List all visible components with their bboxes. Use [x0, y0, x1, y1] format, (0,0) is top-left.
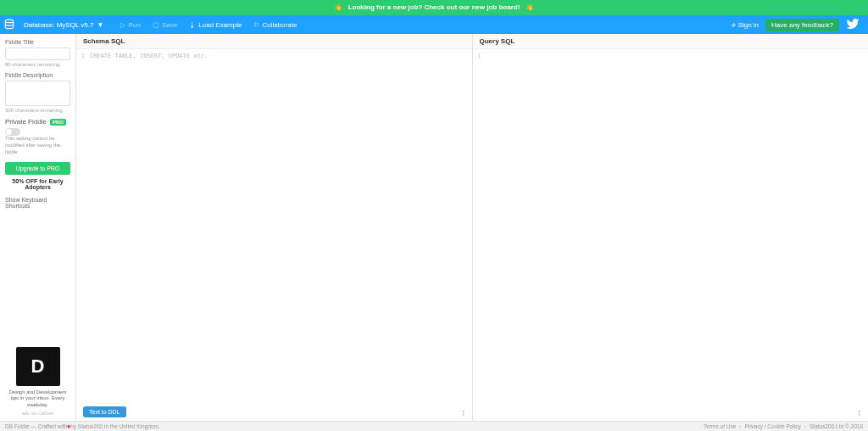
- text-to-ddl-button[interactable]: Text to DDL: [83, 406, 126, 417]
- promo-attribution: ads via Carbon: [5, 411, 70, 416]
- query-editor[interactable]: 1: [473, 49, 869, 421]
- private-label: Private Fiddle: [5, 118, 47, 126]
- fiddle-title-label: Fiddle Title: [5, 39, 70, 45]
- discount-text: 50% OFF for Early Adopters: [5, 178, 70, 190]
- desc-hint: 300 characters remaining.: [5, 108, 70, 113]
- schema-header: Schema SQL: [76, 34, 472, 49]
- announcement-bar[interactable]: 👋 Looking for a new job? Check out our n…: [0, 0, 868, 15]
- terms-link[interactable]: Terms of Use: [704, 423, 736, 429]
- sidebar: Fiddle Title 80 characters remaining. Fi…: [0, 34, 76, 421]
- folder-icon: ⭳: [189, 21, 196, 29]
- people-icon: ⚐: [253, 21, 259, 29]
- query-panel: Query SQL 1 ⤡: [473, 34, 869, 421]
- copyright: Status200 Ltd © 2018: [810, 423, 863, 429]
- schema-placeholder: CREATE TABLE, INSERT, UPDATE etc.: [88, 53, 472, 417]
- footer-left1: DB Fiddle — Crafted with: [5, 423, 67, 429]
- database-label: Database: MySQL v5.7: [24, 21, 93, 29]
- fiddle-title-input[interactable]: [5, 48, 70, 60]
- shortcuts-link[interactable]: Show Keyboard Shortcuts: [5, 197, 70, 209]
- query-header: Query SQL: [473, 34, 869, 49]
- save-icon: ▢: [153, 21, 159, 29]
- promo-image: D: [16, 347, 60, 386]
- load-example-button[interactable]: ⭳ Load Example: [189, 21, 242, 29]
- private-row: Private Fiddle PRO: [5, 118, 70, 126]
- privacy-link[interactable]: Privacy / Cookie Policy: [745, 423, 801, 429]
- logo[interactable]: [0, 15, 19, 34]
- fiddle-desc-input[interactable]: [5, 81, 70, 106]
- query-code: [485, 53, 869, 417]
- emoji-icon: 👋: [334, 3, 342, 11]
- schema-panel: Schema SQL 1 CREATE TABLE, INSERT, UPDAT…: [76, 34, 473, 421]
- signin-label: Sign in: [738, 21, 759, 29]
- save-button: ▢ Save: [153, 21, 177, 29]
- load-label: Load Example: [198, 21, 242, 29]
- announcement-text: Looking for a new job? Check out our new…: [348, 3, 520, 11]
- topbar-right: ⎆ Sign in Have any feedback?: [732, 17, 868, 32]
- database-selector[interactable]: Database: MySQL v5.7 ▼: [24, 21, 103, 29]
- schema-editor[interactable]: 1 CREATE TABLE, INSERT, UPDATE etc.: [76, 49, 472, 421]
- run-button: ▷ Run: [120, 21, 141, 29]
- toolbar-actions: ▷ Run ▢ Save ⭳ Load Example ⚐ Collaborat…: [120, 21, 297, 29]
- signin-icon: ⎆: [732, 21, 736, 29]
- feedback-button[interactable]: Have any feedback?: [765, 19, 839, 31]
- footer-links: Terms of Use • Privacy / Cookie Policy •…: [704, 423, 863, 429]
- collaborate-button[interactable]: ⚐ Collaborate: [253, 21, 297, 29]
- pro-badge: PRO: [50, 119, 66, 126]
- emoji-icon: 👋: [526, 3, 534, 11]
- signin-button[interactable]: ⎆ Sign in: [732, 21, 759, 29]
- main-area: Fiddle Title 80 characters remaining. Fi…: [0, 34, 868, 421]
- private-toggle: [5, 128, 20, 136]
- svg-point-0: [5, 20, 13, 23]
- fiddle-desc-label: Fiddle Description: [5, 72, 70, 78]
- upgrade-button[interactable]: Upgrade to PRO: [5, 162, 70, 175]
- query-gutter: 1: [473, 53, 485, 417]
- collab-label: Collaborate: [262, 21, 297, 29]
- schema-gutter: 1: [76, 53, 88, 417]
- promo-text: Design and Development tips in your inbo…: [5, 389, 70, 409]
- top-nav: Database: MySQL v5.7 ▼ ▷ Run ▢ Save ⭳ Lo…: [0, 15, 868, 34]
- promo-block[interactable]: D Design and Development tips in your in…: [5, 347, 70, 416]
- private-note: This setting cannot be modified after sa…: [5, 136, 70, 155]
- twitter-icon[interactable]: [846, 17, 860, 32]
- play-icon: ▷: [120, 21, 125, 29]
- run-label: Run: [128, 21, 141, 29]
- footer-left2: by Status200 in the United Kingdom.: [70, 423, 160, 429]
- title-hint: 80 characters remaining.: [5, 62, 70, 67]
- save-label: Save: [162, 21, 177, 29]
- chevron-down-icon: ▼: [97, 21, 103, 29]
- footer: DB Fiddle — Crafted with ♥ by Status200 …: [0, 421, 868, 431]
